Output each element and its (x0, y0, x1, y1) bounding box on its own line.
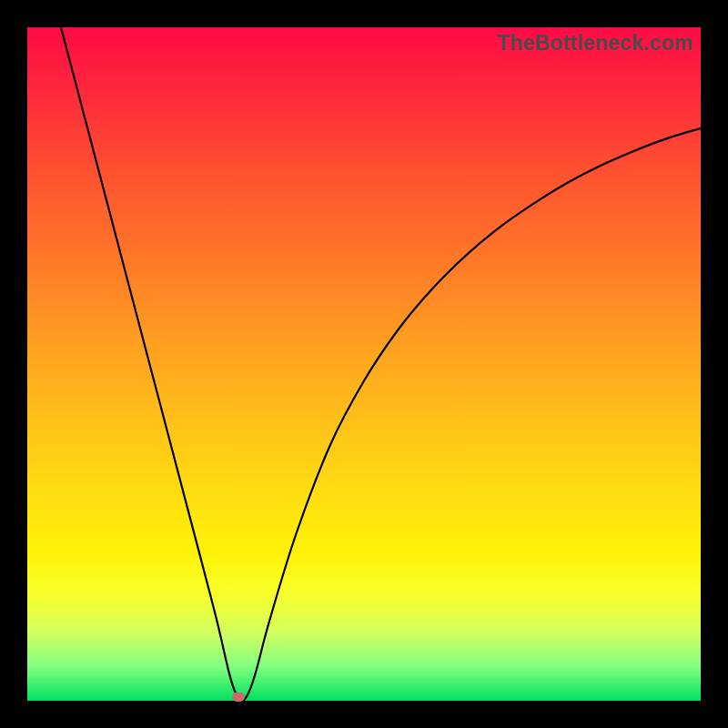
bottleneck-curve (61, 27, 701, 701)
chart-frame: TheBottleneck.com (0, 0, 728, 728)
minimum-marker (232, 693, 245, 702)
plot-area: TheBottleneck.com (27, 27, 701, 701)
curve-svg (27, 27, 701, 701)
